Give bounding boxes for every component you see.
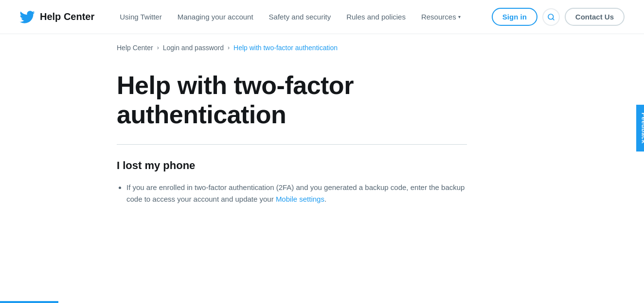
breadcrumb-separator-1: ›	[157, 44, 159, 51]
bullet-list: If you are enrolled in two-factor authen…	[117, 182, 467, 205]
bullet-text-after: .	[324, 195, 326, 203]
mobile-settings-link[interactable]: Mobile settings	[276, 195, 324, 203]
nav-managing-account[interactable]: Managing your account	[172, 9, 259, 25]
header-actions: Sign in Contact Us	[492, 8, 625, 26]
nav-safety-security[interactable]: Safety and security	[263, 9, 337, 25]
breadcrumb-login-password[interactable]: Login and password	[163, 44, 224, 52]
nav-using-twitter[interactable]: Using Twitter	[114, 9, 167, 25]
nav-rules-policies[interactable]: Rules and policies	[340, 9, 411, 25]
page-title: Help with two-factor authentication	[117, 71, 467, 130]
search-icon	[547, 13, 555, 21]
logo-text: Help Center	[40, 11, 94, 22]
main-content: Help with two-factor authentication I lo…	[0, 61, 584, 228]
search-button[interactable]	[542, 8, 560, 26]
divider	[117, 144, 467, 145]
main-nav: Using Twitter Managing your account Safe…	[114, 9, 492, 25]
list-item: If you are enrolled in two-factor authen…	[126, 182, 467, 205]
breadcrumb-separator-2: ›	[228, 44, 230, 51]
site-header: Help Center Using Twitter Managing your …	[0, 0, 644, 34]
breadcrumb-current: Help with two-factor authentication	[233, 44, 338, 52]
svg-line-1	[553, 19, 554, 20]
breadcrumb: Help Center › Login and password › Help …	[0, 34, 644, 61]
section-title: I lost my phone	[117, 159, 467, 172]
chevron-down-icon: ▾	[458, 14, 461, 19]
feedback-tab[interactable]: Feedback	[637, 105, 644, 152]
logo-link[interactable]: Help Center	[19, 11, 94, 23]
twitter-logo-icon	[19, 11, 35, 23]
contact-us-button[interactable]: Contact Us	[565, 8, 625, 26]
sign-in-button[interactable]: Sign in	[492, 8, 537, 26]
breadcrumb-help-center[interactable]: Help Center	[117, 44, 153, 52]
nav-resources[interactable]: Resources ▾	[415, 9, 466, 25]
